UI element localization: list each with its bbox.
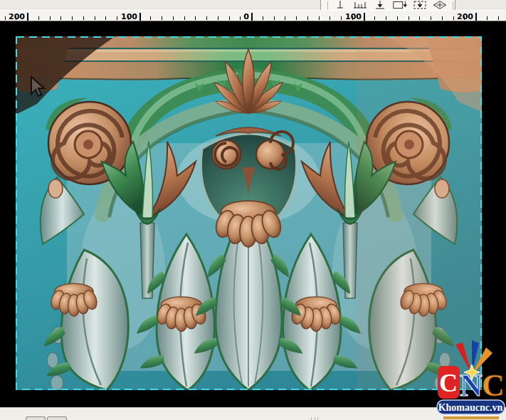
- dimension-marks-icon[interactable]: [352, 1, 368, 10]
- brand-letter-c1: C: [439, 369, 458, 397]
- ruler-minor-tick: [38, 16, 39, 20]
- ruler-minor-tick: [95, 16, 95, 20]
- ruler-minor-tick: [386, 16, 386, 20]
- site-label: Khomaucnc.vn: [438, 402, 503, 413]
- ruler-label: 200: [457, 12, 473, 21]
- ruler-minor-tick: [5, 16, 6, 20]
- status-button[interactable]: [26, 416, 46, 420]
- ruler-minor-tick: [150, 16, 151, 20]
- transform-diamond-icon[interactable]: [432, 1, 448, 10]
- horizontal-ruler: 2001000100200: [0, 10, 506, 21]
- toolbar-separator: [327, 1, 328, 10]
- ruler-minor-tick: [162, 16, 162, 20]
- paste-rect-down-icon[interactable]: [392, 1, 408, 10]
- status-button[interactable]: [47, 416, 67, 420]
- ruler-minor-tick: [319, 16, 320, 20]
- ruler-minor-tick: [409, 16, 409, 20]
- toolbar-panel: [320, 0, 455, 10]
- ruler-label: 100: [121, 12, 137, 21]
- ruler-minor-tick: [229, 16, 230, 20]
- ruler-minor-tick: [419, 16, 420, 20]
- ruler-minor-tick: [184, 16, 185, 20]
- ruler-minor-tick: [83, 16, 84, 20]
- ruler-minor-tick: [453, 16, 454, 20]
- ruler-minor-tick: [442, 16, 443, 20]
- ruler-major-tick: [27, 13, 28, 21]
- ruler-major-tick: [139, 13, 141, 21]
- ruler-minor-tick: [195, 16, 196, 20]
- ruler-minor-tick: [487, 16, 487, 20]
- brand-letter-n: N: [460, 368, 483, 403]
- model-viewport-canvas[interactable]: [16, 36, 482, 390]
- ruler-minor-tick: [263, 16, 263, 20]
- ruler-label: 200: [9, 12, 25, 21]
- drop-arrow-icon[interactable]: [372, 1, 388, 10]
- brand-letter-c2: C: [482, 368, 505, 403]
- toolbar-row: [0, 0, 506, 10]
- ruler-minor-tick: [240, 16, 241, 20]
- ruler-major-tick: [364, 13, 365, 21]
- ruler-minor-tick: [296, 16, 297, 20]
- brand-letters: C N C: [438, 366, 505, 403]
- badge-underline: [443, 416, 499, 419]
- ruler-minor-tick: [285, 16, 285, 20]
- ruler-minor-tick: [173, 16, 174, 20]
- ruler-minor-tick: [341, 16, 342, 20]
- status-splitter[interactable]: [311, 417, 318, 420]
- ruler-minor-tick: [206, 16, 207, 20]
- ruler-minor-tick: [374, 16, 375, 20]
- ruler-minor-tick: [50, 16, 51, 20]
- site-badge: Khomaucnc.vn: [437, 400, 505, 419]
- ruler-minor-tick: [117, 16, 117, 20]
- ruler-minor-tick: [330, 16, 330, 20]
- ruler-minor-tick: [105, 16, 106, 20]
- ruler-minor-tick: [397, 16, 398, 20]
- ruler-minor-tick: [60, 16, 61, 20]
- ruler-label: 100: [345, 12, 362, 21]
- ruler-minor-tick: [218, 16, 218, 20]
- cnc-watermark: C N C Khomaucnc.vn: [436, 339, 506, 420]
- ruler-minor-tick: [72, 16, 73, 20]
- ruler-minor-tick: [307, 16, 308, 20]
- ruler-major-tick: [475, 13, 477, 21]
- ruler-major-tick: [251, 13, 253, 21]
- ruler-label: 0: [243, 12, 249, 21]
- measure-tool-icon[interactable]: [332, 1, 348, 10]
- toolbar-separator: [452, 1, 453, 10]
- ruler-minor-tick: [274, 16, 275, 20]
- cnc-software-window: { "app": { "description": "CNC relief mo…: [0, 0, 506, 420]
- ruler-minor-tick: [431, 16, 431, 20]
- status-bar: [0, 407, 506, 420]
- import-down-icon[interactable]: [412, 1, 428, 10]
- ruler-minor-tick: [498, 16, 499, 20]
